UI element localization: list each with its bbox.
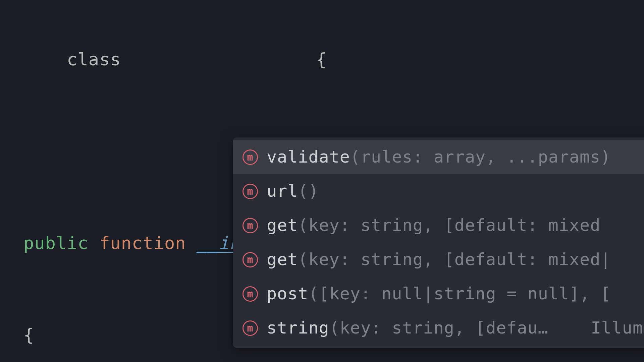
autocomplete-item-name: url	[267, 177, 298, 206]
autocomplete-item[interactable]: mget(key: string, [default: mixed|	[233, 243, 644, 277]
code-fragment: class {	[23, 49, 327, 69]
method-icon: m	[243, 184, 258, 199]
autocomplete-popup[interactable]: mvalidate(rules: array, ...params)murl()…	[233, 137, 644, 348]
autocomplete-item-signature: (key: string, [default: mixed|	[298, 245, 611, 275]
method-icon: m	[243, 252, 258, 267]
autocomplete-item[interactable]: mvalidate(rules: array, ...params)	[233, 140, 644, 174]
autocomplete-item-signature: ([key: null|string = null], [	[308, 279, 611, 309]
autocomplete-item[interactable]: mstring(key: string, [defau…Illum	[233, 311, 644, 345]
autocomplete-item[interactable]: mpost([key: null|string = null], [	[233, 277, 644, 311]
brace-open: {	[23, 325, 34, 345]
autocomplete-item-name: validate	[267, 142, 350, 172]
autocomplete-item[interactable]: murl()	[233, 174, 644, 208]
method-icon: m	[243, 286, 258, 302]
autocomplete-item-signature: (key: string, [defau…	[329, 313, 548, 343]
method-icon: m	[243, 218, 258, 233]
code-line: class {	[23, 44, 644, 75]
method-icon: m	[243, 320, 258, 336]
method-icon: m	[243, 149, 258, 165]
keyword-function: function	[99, 233, 186, 253]
autocomplete-item-tail: Illum	[581, 313, 643, 343]
autocomplete-item-signature: (key: string, [default: mixed	[298, 211, 600, 240]
autocomplete-item-name: string	[267, 313, 329, 343]
autocomplete-item-name: post	[267, 279, 308, 309]
autocomplete-item-name: get	[267, 245, 298, 275]
editor-gutter	[0, 0, 19, 362]
keyword-public: public	[23, 233, 89, 253]
code-editor[interactable]: class { public function __invoke(Request…	[0, 0, 644, 362]
autocomplete-item[interactable]: mget(key: string, [default: mixed	[233, 208, 644, 243]
autocomplete-item-signature: (rules: array, ...params)	[350, 142, 611, 172]
autocomplete-item-name: get	[267, 211, 298, 240]
autocomplete-item-signature: ()	[298, 177, 319, 206]
